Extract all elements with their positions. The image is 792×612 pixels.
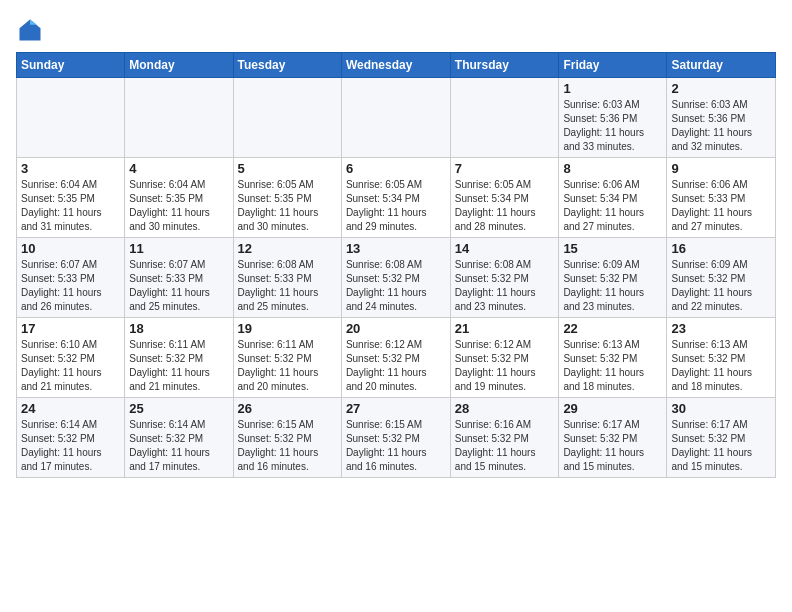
- calendar-cell: [17, 78, 125, 158]
- day-info: Sunrise: 6:12 AM Sunset: 5:32 PM Dayligh…: [346, 338, 446, 394]
- calendar-cell: 18Sunrise: 6:11 AM Sunset: 5:32 PM Dayli…: [125, 318, 233, 398]
- day-info: Sunrise: 6:08 AM Sunset: 5:32 PM Dayligh…: [346, 258, 446, 314]
- day-info: Sunrise: 6:11 AM Sunset: 5:32 PM Dayligh…: [238, 338, 337, 394]
- day-info: Sunrise: 6:09 AM Sunset: 5:32 PM Dayligh…: [671, 258, 771, 314]
- day-info: Sunrise: 6:14 AM Sunset: 5:32 PM Dayligh…: [129, 418, 228, 474]
- calendar-cell: 15Sunrise: 6:09 AM Sunset: 5:32 PM Dayli…: [559, 238, 667, 318]
- calendar-cell: 30Sunrise: 6:17 AM Sunset: 5:32 PM Dayli…: [667, 398, 776, 478]
- day-number: 1: [563, 81, 662, 96]
- day-info: Sunrise: 6:15 AM Sunset: 5:32 PM Dayligh…: [346, 418, 446, 474]
- day-number: 23: [671, 321, 771, 336]
- day-number: 3: [21, 161, 120, 176]
- day-number: 22: [563, 321, 662, 336]
- weekday-header: Monday: [125, 53, 233, 78]
- weekday-header: Saturday: [667, 53, 776, 78]
- calendar-week-row: 1Sunrise: 6:03 AM Sunset: 5:36 PM Daylig…: [17, 78, 776, 158]
- weekday-header: Tuesday: [233, 53, 341, 78]
- calendar-cell: 13Sunrise: 6:08 AM Sunset: 5:32 PM Dayli…: [341, 238, 450, 318]
- calendar-cell: 3Sunrise: 6:04 AM Sunset: 5:35 PM Daylig…: [17, 158, 125, 238]
- day-number: 13: [346, 241, 446, 256]
- calendar-cell: 17Sunrise: 6:10 AM Sunset: 5:32 PM Dayli…: [17, 318, 125, 398]
- calendar-cell: 6Sunrise: 6:05 AM Sunset: 5:34 PM Daylig…: [341, 158, 450, 238]
- calendar-cell: 27Sunrise: 6:15 AM Sunset: 5:32 PM Dayli…: [341, 398, 450, 478]
- calendar-week-row: 10Sunrise: 6:07 AM Sunset: 5:33 PM Dayli…: [17, 238, 776, 318]
- weekday-header: Friday: [559, 53, 667, 78]
- day-info: Sunrise: 6:04 AM Sunset: 5:35 PM Dayligh…: [129, 178, 228, 234]
- logo: [16, 16, 48, 44]
- day-info: Sunrise: 6:12 AM Sunset: 5:32 PM Dayligh…: [455, 338, 555, 394]
- day-number: 9: [671, 161, 771, 176]
- calendar-cell: [125, 78, 233, 158]
- calendar-cell: 8Sunrise: 6:06 AM Sunset: 5:34 PM Daylig…: [559, 158, 667, 238]
- svg-marker-2: [30, 20, 37, 25]
- weekday-header: Sunday: [17, 53, 125, 78]
- day-info: Sunrise: 6:13 AM Sunset: 5:32 PM Dayligh…: [671, 338, 771, 394]
- day-info: Sunrise: 6:13 AM Sunset: 5:32 PM Dayligh…: [563, 338, 662, 394]
- calendar-header-row: SundayMondayTuesdayWednesdayThursdayFrid…: [17, 53, 776, 78]
- day-info: Sunrise: 6:17 AM Sunset: 5:32 PM Dayligh…: [671, 418, 771, 474]
- calendar-cell: 2Sunrise: 6:03 AM Sunset: 5:36 PM Daylig…: [667, 78, 776, 158]
- calendar-cell: 7Sunrise: 6:05 AM Sunset: 5:34 PM Daylig…: [450, 158, 559, 238]
- day-info: Sunrise: 6:16 AM Sunset: 5:32 PM Dayligh…: [455, 418, 555, 474]
- day-info: Sunrise: 6:09 AM Sunset: 5:32 PM Dayligh…: [563, 258, 662, 314]
- calendar-cell: 5Sunrise: 6:05 AM Sunset: 5:35 PM Daylig…: [233, 158, 341, 238]
- calendar-cell: 1Sunrise: 6:03 AM Sunset: 5:36 PM Daylig…: [559, 78, 667, 158]
- day-info: Sunrise: 6:08 AM Sunset: 5:32 PM Dayligh…: [455, 258, 555, 314]
- day-number: 12: [238, 241, 337, 256]
- day-info: Sunrise: 6:07 AM Sunset: 5:33 PM Dayligh…: [21, 258, 120, 314]
- calendar-week-row: 3Sunrise: 6:04 AM Sunset: 5:35 PM Daylig…: [17, 158, 776, 238]
- day-info: Sunrise: 6:15 AM Sunset: 5:32 PM Dayligh…: [238, 418, 337, 474]
- calendar-cell: 19Sunrise: 6:11 AM Sunset: 5:32 PM Dayli…: [233, 318, 341, 398]
- calendar-cell: 26Sunrise: 6:15 AM Sunset: 5:32 PM Dayli…: [233, 398, 341, 478]
- calendar-cell: 23Sunrise: 6:13 AM Sunset: 5:32 PM Dayli…: [667, 318, 776, 398]
- day-number: 5: [238, 161, 337, 176]
- weekday-header: Wednesday: [341, 53, 450, 78]
- day-info: Sunrise: 6:05 AM Sunset: 5:34 PM Dayligh…: [346, 178, 446, 234]
- calendar-cell: 16Sunrise: 6:09 AM Sunset: 5:32 PM Dayli…: [667, 238, 776, 318]
- day-info: Sunrise: 6:14 AM Sunset: 5:32 PM Dayligh…: [21, 418, 120, 474]
- page-header: [16, 16, 776, 44]
- day-number: 17: [21, 321, 120, 336]
- calendar-cell: 10Sunrise: 6:07 AM Sunset: 5:33 PM Dayli…: [17, 238, 125, 318]
- day-info: Sunrise: 6:08 AM Sunset: 5:33 PM Dayligh…: [238, 258, 337, 314]
- day-info: Sunrise: 6:06 AM Sunset: 5:33 PM Dayligh…: [671, 178, 771, 234]
- day-info: Sunrise: 6:17 AM Sunset: 5:32 PM Dayligh…: [563, 418, 662, 474]
- calendar-cell: 20Sunrise: 6:12 AM Sunset: 5:32 PM Dayli…: [341, 318, 450, 398]
- day-number: 11: [129, 241, 228, 256]
- day-number: 28: [455, 401, 555, 416]
- day-number: 4: [129, 161, 228, 176]
- day-number: 16: [671, 241, 771, 256]
- calendar-week-row: 17Sunrise: 6:10 AM Sunset: 5:32 PM Dayli…: [17, 318, 776, 398]
- calendar-cell: 24Sunrise: 6:14 AM Sunset: 5:32 PM Dayli…: [17, 398, 125, 478]
- calendar-cell: 11Sunrise: 6:07 AM Sunset: 5:33 PM Dayli…: [125, 238, 233, 318]
- day-info: Sunrise: 6:05 AM Sunset: 5:34 PM Dayligh…: [455, 178, 555, 234]
- day-number: 15: [563, 241, 662, 256]
- calendar-cell: 12Sunrise: 6:08 AM Sunset: 5:33 PM Dayli…: [233, 238, 341, 318]
- day-number: 18: [129, 321, 228, 336]
- day-number: 8: [563, 161, 662, 176]
- calendar-cell: 22Sunrise: 6:13 AM Sunset: 5:32 PM Dayli…: [559, 318, 667, 398]
- day-number: 2: [671, 81, 771, 96]
- calendar-cell: 4Sunrise: 6:04 AM Sunset: 5:35 PM Daylig…: [125, 158, 233, 238]
- day-info: Sunrise: 6:03 AM Sunset: 5:36 PM Dayligh…: [563, 98, 662, 154]
- day-number: 6: [346, 161, 446, 176]
- day-number: 7: [455, 161, 555, 176]
- day-number: 19: [238, 321, 337, 336]
- day-number: 20: [346, 321, 446, 336]
- calendar-table: SundayMondayTuesdayWednesdayThursdayFrid…: [16, 52, 776, 478]
- calendar-cell: 9Sunrise: 6:06 AM Sunset: 5:33 PM Daylig…: [667, 158, 776, 238]
- calendar-cell: [233, 78, 341, 158]
- day-number: 26: [238, 401, 337, 416]
- day-number: 30: [671, 401, 771, 416]
- day-number: 27: [346, 401, 446, 416]
- day-number: 29: [563, 401, 662, 416]
- day-info: Sunrise: 6:10 AM Sunset: 5:32 PM Dayligh…: [21, 338, 120, 394]
- calendar-cell: [450, 78, 559, 158]
- day-number: 24: [21, 401, 120, 416]
- day-info: Sunrise: 6:07 AM Sunset: 5:33 PM Dayligh…: [129, 258, 228, 314]
- day-info: Sunrise: 6:06 AM Sunset: 5:34 PM Dayligh…: [563, 178, 662, 234]
- calendar-cell: 14Sunrise: 6:08 AM Sunset: 5:32 PM Dayli…: [450, 238, 559, 318]
- calendar-cell: 21Sunrise: 6:12 AM Sunset: 5:32 PM Dayli…: [450, 318, 559, 398]
- calendar-cell: 29Sunrise: 6:17 AM Sunset: 5:32 PM Dayli…: [559, 398, 667, 478]
- day-number: 25: [129, 401, 228, 416]
